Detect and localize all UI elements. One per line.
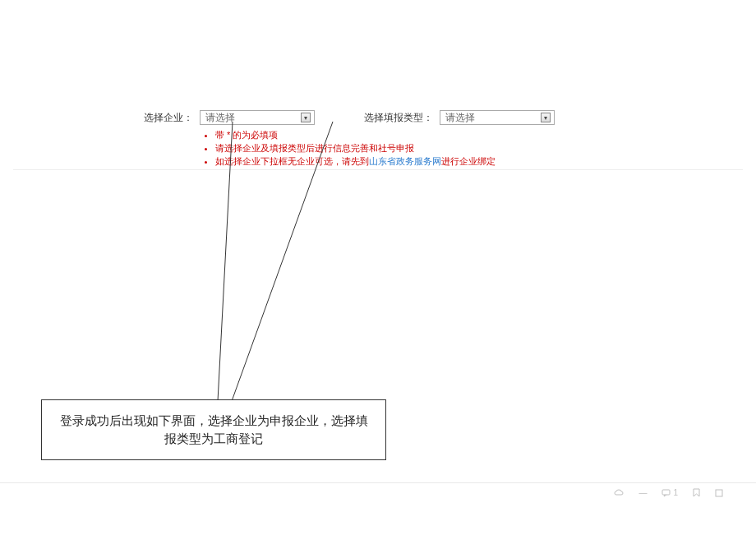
hint-bind-enterprise: 如选择企业下拉框无企业可选，请先到山东省政务服务网进行企业绑定 <box>215 155 496 168</box>
expand-icon <box>715 489 723 497</box>
hint3-prefix: 如选择企业下拉框无企业可选，请先到 <box>215 156 369 166</box>
type-group: 选择填报类型： 请选择 ▾ <box>364 110 555 125</box>
chevron-down-icon: ▾ <box>301 113 311 122</box>
hint-select-first: 请选择企业及填报类型后进行信息完善和社号申报 <box>215 141 496 155</box>
enterprise-select-text: 请选择 <box>205 111 301 125</box>
svg-rect-3 <box>716 490 722 496</box>
status-bar: — 1 <box>614 488 723 497</box>
instruction-callout: 登录成功后出现如下界面，选择企业为申报企业，选择填报类型为工商登记 <box>41 399 386 460</box>
type-select-text: 请选择 <box>445 111 541 125</box>
hint3-suffix: 进行企业绑定 <box>441 156 496 166</box>
footer-divider <box>0 482 756 483</box>
callout-text: 登录成功后出现如下界面，选择企业为申报企业，选择填报类型为工商登记 <box>60 413 368 445</box>
hints-list: 带 * 的为必填项 请选择企业及填报类型后进行信息完善和社号申报 如选择企业下拉… <box>204 128 496 168</box>
svg-rect-2 <box>662 490 670 495</box>
cloud-icon <box>614 489 624 497</box>
hint-required: 带 * 的为必填项 <box>215 128 496 141</box>
chevron-down-icon: ▾ <box>541 113 551 122</box>
enterprise-label: 选择企业： <box>144 111 193 125</box>
divider <box>13 169 743 170</box>
gov-service-link[interactable]: 山东省政务服务网 <box>369 156 441 166</box>
comment-count: 1 <box>673 488 678 497</box>
type-label: 选择填报类型： <box>364 111 433 125</box>
comment-icon: 1 <box>662 488 678 497</box>
enterprise-select[interactable]: 请选择 ▾ <box>200 110 315 125</box>
type-select[interactable]: 请选择 ▾ <box>440 110 555 125</box>
bookmark-icon <box>693 488 700 497</box>
enterprise-group: 选择企业： 请选择 ▾ <box>144 110 315 125</box>
form-row: 选择企业： 请选择 ▾ 选择填报类型： 请选择 ▾ <box>144 110 723 125</box>
dash-icon: — <box>638 488 647 497</box>
